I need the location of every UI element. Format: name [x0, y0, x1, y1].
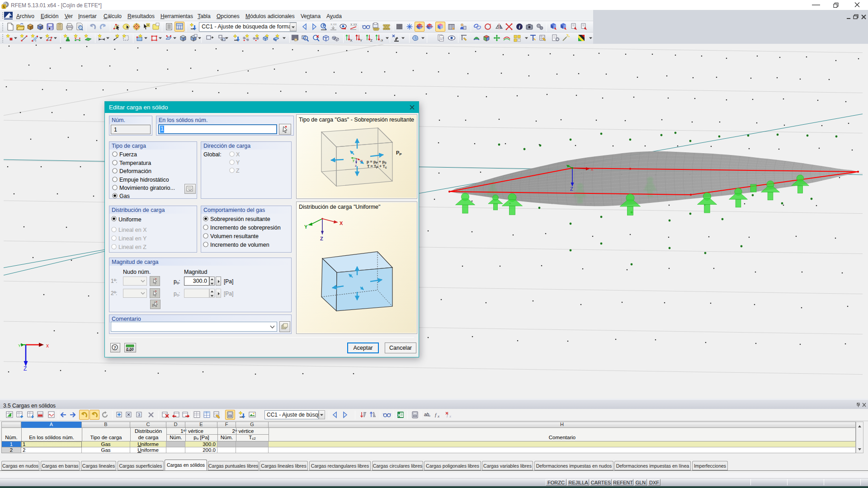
svg-text:Z: Z: [370, 38, 373, 42]
svg-text:X: X: [350, 38, 353, 42]
svg-text:y: y: [353, 158, 354, 162]
svg-text:Y: Y: [304, 224, 308, 230]
svg-text:17: 17: [440, 37, 444, 40]
svg-text:?: ?: [113, 345, 116, 350]
svg-text:f: f: [435, 412, 437, 418]
svg-text:X.XX: X.XX: [330, 23, 337, 26]
svg-text:5: 5: [3, 5, 5, 9]
svg-text:PP: PP: [396, 150, 402, 156]
svg-text:x: x: [437, 414, 439, 418]
svg-text:z: z: [355, 164, 357, 168]
svg-text:x: x: [46, 343, 49, 349]
svg-text:Z: Z: [24, 366, 27, 372]
svg-text:X.XX: X.XX: [350, 23, 357, 26]
svg-text:-X: -X: [380, 38, 383, 42]
svg-text:x: x: [591, 166, 594, 172]
svg-text:Y: Y: [360, 38, 363, 42]
svg-text:0.00: 0.00: [126, 347, 134, 351]
svg-text:x: x: [449, 414, 451, 418]
svg-text:X: X: [398, 413, 401, 418]
svg-text:Y: Y: [18, 343, 21, 348]
svg-text:I: I: [35, 39, 36, 42]
svg-text:Z: Z: [570, 186, 573, 192]
svg-text:3: 3: [138, 413, 140, 417]
svg-text:X: X: [340, 221, 343, 226]
svg-text:x: x: [361, 159, 363, 163]
svg-text:2: 2: [152, 303, 154, 307]
svg-text:=: =: [428, 413, 430, 418]
svg-text:Z: Z: [320, 236, 323, 241]
